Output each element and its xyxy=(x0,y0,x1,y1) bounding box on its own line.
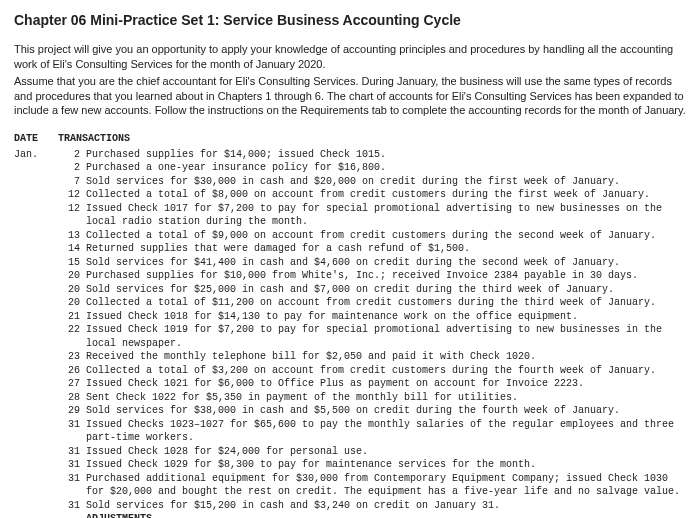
ledger-row: 31Sold services for $15,200 in cash and … xyxy=(14,499,686,513)
ledger-row: 22Issued Check 1019 for $7,200 to pay fo… xyxy=(14,323,686,350)
transaction-text: Returned supplies that were damaged for … xyxy=(82,242,686,256)
day-cell: 26 xyxy=(58,364,82,378)
day-cell: 27 xyxy=(58,377,82,391)
day-cell: 2 xyxy=(58,148,82,162)
transaction-text: Issued Checks 1023–1027 for $65,600 to p… xyxy=(82,418,686,445)
transaction-text: Collected a total of $9,000 on account f… xyxy=(82,229,686,243)
day-cell: 28 xyxy=(58,391,82,405)
day-cell: 20 xyxy=(58,283,82,297)
transaction-text: Issued Check 1029 for $8,300 to pay for … xyxy=(82,458,686,472)
transaction-text: Sent Check 1022 for $5,350 in payment of… xyxy=(82,391,686,405)
date-header: DATE xyxy=(14,132,58,146)
adjustments-subheader-row: ADJUSTMENTS xyxy=(14,512,686,518)
transaction-text: Purchased supplies for $14,000; issued C… xyxy=(82,148,686,162)
ledger-row: 2Purchased a one-year insurance policy f… xyxy=(14,161,686,175)
transactions-header: TRANSACTIONS xyxy=(58,132,686,146)
document-page: Chapter 06 Mini-Practice Set 1: Service … xyxy=(0,0,700,518)
intro-block: This project will give you an opportunit… xyxy=(14,42,686,118)
transactions-ledger: DATE TRANSACTIONS Jan.2Purchased supplie… xyxy=(14,132,686,518)
transaction-text: Issued Check 1019 for $7,200 to pay for … xyxy=(82,323,686,350)
ledger-row: Jan.2Purchased supplies for $14,000; iss… xyxy=(14,148,686,162)
ledger-row: 13Collected a total of $9,000 on account… xyxy=(14,229,686,243)
transaction-text: Issued Check 1028 for $24,000 for person… xyxy=(82,445,686,459)
transaction-text: Issued Check 1018 for $14,130 to pay for… xyxy=(82,310,686,324)
month-cell: Jan. xyxy=(14,148,58,162)
ledger-row: 12Issued Check 1017 for $7,200 to pay fo… xyxy=(14,202,686,229)
intro-paragraph-2: Assume that you are the chief accountant… xyxy=(14,74,686,119)
transaction-text: Sold services for $41,400 in cash and $4… xyxy=(82,256,686,270)
transaction-text: Purchased additional equipment for $30,0… xyxy=(82,472,686,499)
transaction-text: Collected a total of $11,200 on account … xyxy=(82,296,686,310)
day-cell: 31 xyxy=(58,418,82,432)
transaction-text: Purchased a one-year insurance policy fo… xyxy=(82,161,686,175)
transaction-text: Sold services for $15,200 in cash and $3… xyxy=(82,499,686,513)
day-cell: 15 xyxy=(58,256,82,270)
ledger-row: 14Returned supplies that were damaged fo… xyxy=(14,242,686,256)
day-cell: 31 xyxy=(58,499,82,513)
ledger-row: 31Issued Check 1029 for $8,300 to pay fo… xyxy=(14,458,686,472)
ledger-row: 26Collected a total of $3,200 on account… xyxy=(14,364,686,378)
adjustments-header: ADJUSTMENTS xyxy=(82,512,686,518)
ledger-row: 31Issued Check 1028 for $24,000 for pers… xyxy=(14,445,686,459)
day-cell: 29 xyxy=(58,404,82,418)
ledger-header-row: DATE TRANSACTIONS xyxy=(14,132,686,146)
transaction-text: Collected a total of $3,200 on account f… xyxy=(82,364,686,378)
transaction-text: Collected a total of $8,000 on account f… xyxy=(82,188,686,202)
ledger-row: 27Issued Check 1021 for $6,000 to Office… xyxy=(14,377,686,391)
transaction-text: Sold services for $25,000 in cash and $7… xyxy=(82,283,686,297)
chapter-title: Chapter 06 Mini-Practice Set 1: Service … xyxy=(14,12,686,28)
day-cell: 12 xyxy=(58,188,82,202)
ledger-row: 12Collected a total of $8,000 on account… xyxy=(14,188,686,202)
day-cell: 31 xyxy=(58,458,82,472)
ledger-row: 20Sold services for $25,000 in cash and … xyxy=(14,283,686,297)
transaction-text: Purchased supplies for $10,000 from Whit… xyxy=(82,269,686,283)
transaction-text: Issued Check 1021 for $6,000 to Office P… xyxy=(82,377,686,391)
ledger-row: 21Issued Check 1018 for $14,130 to pay f… xyxy=(14,310,686,324)
transaction-entries: Jan.2Purchased supplies for $14,000; iss… xyxy=(14,148,686,513)
ledger-row: 23Received the monthly telephone bill fo… xyxy=(14,350,686,364)
transaction-text: Issued Check 1017 for $7,200 to pay for … xyxy=(82,202,686,229)
ledger-row: 31Issued Checks 1023–1027 for $65,600 to… xyxy=(14,418,686,445)
ledger-row: 31Purchased additional equipment for $30… xyxy=(14,472,686,499)
ledger-row: 7Sold services for $30,000 in cash and $… xyxy=(14,175,686,189)
day-cell: 21 xyxy=(58,310,82,324)
day-cell: 13 xyxy=(58,229,82,243)
transaction-text: Received the monthly telephone bill for … xyxy=(82,350,686,364)
ledger-row: 15Sold services for $41,400 in cash and … xyxy=(14,256,686,270)
ledger-row: 29Sold services for $38,000 in cash and … xyxy=(14,404,686,418)
intro-paragraph-1: This project will give you an opportunit… xyxy=(14,42,686,72)
day-cell: 7 xyxy=(58,175,82,189)
day-cell: 22 xyxy=(58,323,82,337)
transaction-text: Sold services for $38,000 in cash and $5… xyxy=(82,404,686,418)
day-cell: 31 xyxy=(58,445,82,459)
ledger-row: 20Purchased supplies for $10,000 from Wh… xyxy=(14,269,686,283)
ledger-row: 20Collected a total of $11,200 on accoun… xyxy=(14,296,686,310)
day-cell: 31 xyxy=(58,472,82,486)
day-cell: 12 xyxy=(58,202,82,216)
day-cell: 2 xyxy=(58,161,82,175)
day-cell: 14 xyxy=(58,242,82,256)
day-cell: 20 xyxy=(58,296,82,310)
day-cell: 23 xyxy=(58,350,82,364)
ledger-row: 28Sent Check 1022 for $5,350 in payment … xyxy=(14,391,686,405)
day-cell: 20 xyxy=(58,269,82,283)
transaction-text: Sold services for $30,000 in cash and $2… xyxy=(82,175,686,189)
